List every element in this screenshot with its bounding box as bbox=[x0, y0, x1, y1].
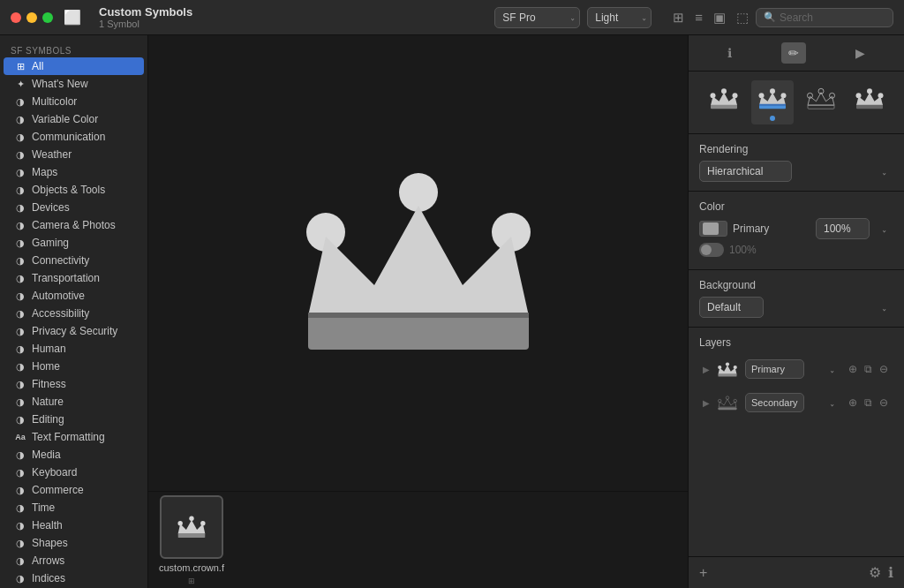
thumbnail-box[interactable] bbox=[160, 495, 223, 559]
sidebar-item-media[interactable]: ◑ Media bbox=[4, 446, 144, 464]
layer-secondary-select[interactable]: Secondary Primary Tertiary bbox=[745, 393, 804, 412]
layer-chevron-secondary[interactable]: ▶ bbox=[703, 398, 710, 408]
layer-primary-select[interactable]: Primary Secondary Tertiary bbox=[745, 359, 804, 379]
rendering-select-row: Hierarchical Multicolor Monochrome Palet… bbox=[699, 161, 893, 182]
layer-secondary-copy-button[interactable]: ⊕ bbox=[847, 396, 859, 410]
sidebar-item-label: Maps bbox=[32, 166, 57, 178]
fitness-icon: ◑ bbox=[14, 378, 26, 390]
sidebar-item-variable-color[interactable]: ◑ Variable Color bbox=[4, 110, 144, 128]
communication-icon: ◑ bbox=[14, 131, 26, 143]
sidebar-item-devices[interactable]: ◑ Devices bbox=[4, 199, 144, 216]
gaming-icon: ◑ bbox=[14, 237, 26, 249]
sidebar-item-label: Human bbox=[32, 343, 66, 355]
variant-item-2[interactable] bbox=[751, 80, 794, 124]
secondary-color-toggle[interactable] bbox=[699, 243, 724, 257]
layer-secondary-delete-button[interactable]: ⊖ bbox=[878, 396, 890, 410]
panel-tabs: ℹ ✏ ▶ bbox=[689, 35, 904, 72]
sidebar-item-whats-new[interactable]: ✦ What's New bbox=[4, 75, 144, 93]
layer-primary-duplicate-button[interactable]: ⧉ bbox=[863, 362, 874, 376]
sidebar-item-indices[interactable]: ◑ Indices bbox=[4, 569, 144, 587]
layers-info-button[interactable]: ℹ bbox=[888, 564, 893, 581]
sidebar-item-privacy-security[interactable]: ◑ Privacy & Security bbox=[4, 322, 144, 340]
background-select[interactable]: Default None Black White bbox=[699, 297, 764, 318]
search-input[interactable] bbox=[780, 11, 885, 24]
sidebar-item-communication[interactable]: ◑ Communication bbox=[4, 128, 144, 146]
background-select-row: Default None Black White bbox=[699, 297, 893, 318]
sidebar-item-keyboard[interactable]: ◑ Keyboard bbox=[4, 464, 144, 481]
thumbnail-sublabel: ⊞ bbox=[188, 577, 195, 585]
sidebar-item-multicolor[interactable]: ◑ Multicolor bbox=[4, 93, 144, 110]
background-select-container: Default None Black White bbox=[699, 297, 893, 318]
sidebar-item-label: Time bbox=[32, 501, 55, 514]
fullscreen-button[interactable] bbox=[42, 12, 53, 23]
sidebar-item-objects-tools[interactable]: ◑ Objects & Tools bbox=[4, 181, 144, 199]
variant-item-1[interactable] bbox=[703, 80, 745, 124]
layer-primary-copy-button[interactable]: ⊕ bbox=[847, 362, 859, 376]
sidebar-item-label: All bbox=[32, 60, 43, 72]
sidebar-item-label: Text Formatting bbox=[32, 431, 105, 443]
minimize-button[interactable] bbox=[26, 12, 37, 23]
primary-opacity-select[interactable]: 100% 75% 50% 25% bbox=[816, 218, 870, 239]
tab-preview[interactable]: ▶ bbox=[848, 42, 872, 64]
grid-view-button[interactable]: ⊞ bbox=[669, 8, 688, 27]
view-buttons: ⊞ ≡ ▣ bbox=[669, 8, 729, 27]
sidebar-item-commerce[interactable]: ◑ Commerce bbox=[4, 481, 144, 499]
main-area: SF Symbols ⊞ All ✦ What's New ◑ Multicol… bbox=[0, 35, 904, 588]
accessibility-icon: ◑ bbox=[14, 307, 26, 320]
variable-color-icon: ◑ bbox=[14, 113, 26, 125]
text-formatting-icon: Aa bbox=[14, 431, 26, 443]
svg-rect-29 bbox=[719, 373, 737, 376]
background-label: Background bbox=[699, 279, 893, 291]
sidebar-item-accessibility[interactable]: ◑ Accessibility bbox=[4, 305, 144, 322]
layers-settings-button[interactable]: ⚙ bbox=[869, 564, 881, 581]
tab-info[interactable]: ℹ bbox=[720, 42, 739, 64]
toolbar-center: SF Pro SF Compact New York Light Regular… bbox=[494, 7, 652, 28]
sidebar-item-label: Arrows bbox=[32, 554, 64, 567]
sidebar-item-all[interactable]: ⊞ All bbox=[4, 57, 144, 75]
font-weight-select[interactable]: Light Regular Medium Bold bbox=[587, 7, 652, 28]
sidebar-item-text-formatting[interactable]: Aa Text Formatting bbox=[4, 428, 144, 446]
sidebar-toggle-button[interactable]: ⬜ bbox=[64, 9, 81, 26]
indices-icon: ◑ bbox=[14, 572, 26, 584]
sidebar-item-health[interactable]: ◑ Health bbox=[4, 516, 144, 534]
font-family-select[interactable]: SF Pro SF Compact New York bbox=[494, 7, 580, 28]
sidebar-item-nature[interactable]: ◑ Nature bbox=[4, 393, 144, 411]
sidebar-item-human[interactable]: ◑ Human bbox=[4, 340, 144, 358]
sidebar-item-editing[interactable]: ◑ Editing bbox=[4, 411, 144, 428]
sidebar-item-camera-photos[interactable]: ◑ Camera & Photos bbox=[4, 216, 144, 234]
variant-item-3[interactable] bbox=[800, 80, 842, 124]
panel-view-button[interactable]: ▣ bbox=[710, 8, 729, 27]
maps-icon: ◑ bbox=[14, 166, 26, 178]
sidebar-item-label: Communication bbox=[32, 131, 105, 143]
sidebar-item-time[interactable]: ◑ Time bbox=[4, 499, 144, 516]
panel-toggle-button[interactable]: ⬚ bbox=[736, 10, 749, 26]
connectivity-icon: ◑ bbox=[14, 254, 26, 267]
sidebar-item-connectivity[interactable]: ◑ Connectivity bbox=[4, 252, 144, 269]
time-icon: ◑ bbox=[14, 501, 26, 514]
sidebar-item-shapes[interactable]: ◑ Shapes bbox=[4, 534, 144, 552]
layer-secondary-actions: ⊕ ⧉ ⊖ bbox=[847, 396, 890, 410]
color-secondary-row: 100% bbox=[699, 243, 893, 257]
primary-color-swatch[interactable] bbox=[699, 221, 727, 237]
layer-chevron-primary[interactable]: ▶ bbox=[703, 365, 710, 374]
sidebar-item-transportation[interactable]: ◑ Transportation bbox=[4, 269, 144, 287]
thumbnail-item[interactable]: custom.crown.f ⊞ bbox=[159, 495, 224, 585]
editing-icon: ◑ bbox=[14, 413, 26, 426]
tab-edit[interactable]: ✏ bbox=[781, 42, 806, 64]
sidebar-item-fitness[interactable]: ◑ Fitness bbox=[4, 375, 144, 393]
sidebar-item-weather[interactable]: ◑ Weather bbox=[4, 146, 144, 163]
color-primary-row: Primary 100% 75% 50% 25% bbox=[699, 218, 893, 239]
sidebar-item-maps[interactable]: ◑ Maps bbox=[4, 163, 144, 181]
sidebar-item-home[interactable]: ◑ Home bbox=[4, 358, 144, 375]
list-view-button[interactable]: ≡ bbox=[691, 8, 706, 27]
sidebar-item-arrows[interactable]: ◑ Arrows bbox=[4, 552, 144, 569]
variant-item-4[interactable] bbox=[848, 80, 891, 124]
sidebar-item-gaming[interactable]: ◑ Gaming bbox=[4, 234, 144, 252]
layer-primary-delete-button[interactable]: ⊖ bbox=[878, 362, 890, 376]
layer-secondary-duplicate-button[interactable]: ⧉ bbox=[863, 396, 874, 410]
sidebar-item-label: Accessibility bbox=[32, 307, 89, 320]
close-button[interactable] bbox=[11, 12, 21, 23]
add-layer-button[interactable]: + bbox=[699, 565, 707, 581]
sidebar-item-automotive[interactable]: ◑ Automotive bbox=[4, 287, 144, 305]
rendering-select[interactable]: Hierarchical Multicolor Monochrome Palet… bbox=[699, 161, 792, 182]
